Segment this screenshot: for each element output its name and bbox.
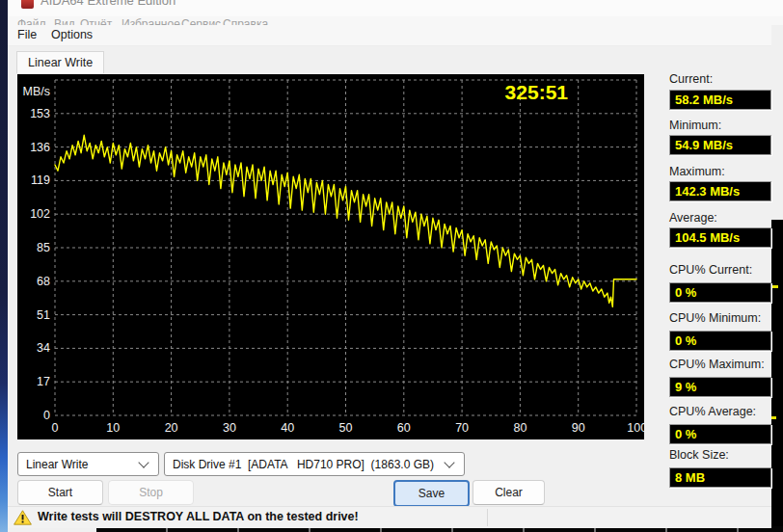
stop-button[interactable]: Stop [108, 480, 194, 505]
desktop-edge [0, 0, 8, 532]
stat-label: CPU% Maximum: [669, 358, 765, 371]
menu-options[interactable]: Options [46, 27, 97, 42]
test-type-value: Linear Write [18, 458, 140, 471]
stat-value-box: 54.9 MB/s [669, 135, 771, 155]
y-axis-unit: MB/s [23, 85, 50, 98]
clear-button[interactable]: Clear [472, 480, 545, 505]
x-tick-label: 60 [397, 421, 411, 435]
stat-value: 9 % [670, 380, 696, 394]
y-tick-label: 51 [37, 308, 50, 322]
stat-value: 104.5 MB/s [670, 230, 740, 245]
x-tick-label: 40 [281, 421, 294, 435]
stat-value-box: 9 % [669, 377, 771, 397]
warning-icon [14, 510, 32, 525]
x-tick-label: 90 [572, 421, 585, 435]
stat-value: 142.3 MB/s [670, 184, 740, 199]
menu-file[interactable]: File [13, 27, 41, 42]
stat-label: Average: [669, 211, 717, 225]
background-chart-edge-right [771, 220, 783, 532]
stat-value: 58.2 MB/s [670, 93, 733, 107]
bg-menu-item: Избранное [122, 17, 180, 25]
background-chart-trace [772, 285, 778, 288]
status-warning-text: Write tests will DESTROY ALL DATA on the… [38, 510, 359, 523]
test-type-select[interactable]: Linear Write [17, 452, 159, 476]
x-tick-label: 50 [339, 421, 353, 435]
y-tick-label: 102 [30, 207, 50, 221]
chevron-down-icon [138, 457, 148, 467]
status-bar-divider [487, 509, 488, 526]
y-tick-label: 136 [30, 141, 50, 154]
bg-menu-item: Сервис [181, 17, 221, 25]
x-tick-label: 10 [106, 421, 120, 435]
stat-value-box: 142.3 MB/s [669, 181, 771, 201]
x-tick-label: 20 [165, 421, 178, 435]
y-tick-label: 34 [37, 341, 50, 355]
save-button[interactable]: Save [393, 480, 470, 507]
background-chart-trace [771, 416, 776, 419]
stat-label: Maximum: [669, 165, 725, 178]
drive-select-value: Disk Drive #1 [ADATA HD710 PRO] (1863.0 … [165, 458, 446, 471]
background-window-title: AIDA64 Extreme Edition [40, 0, 176, 8]
stat-value-box: 0 % [669, 331, 771, 351]
stat-value: 0 % [670, 285, 696, 300]
stat-value-box: 0 % [669, 282, 771, 303]
y-tick-label: 17 [37, 375, 50, 388]
stat-value: 0 % [670, 333, 696, 348]
chevron-down-icon [444, 457, 454, 467]
stat-value: 8 MB [670, 470, 705, 485]
stat-value-box: 104.5 MB/s [669, 227, 771, 248]
x-tick-label: 100 % [627, 421, 644, 435]
stat-value: 54.9 MB/s [670, 138, 733, 152]
x-tick-label: 80 [513, 421, 526, 435]
elapsed-timer: 325:51 [505, 81, 569, 103]
stat-label: Current: [669, 72, 713, 86]
bg-menu-item: Справка [223, 17, 268, 25]
drive-select[interactable]: Disk Drive #1 [ADATA HD710 PRO] (1863.0 … [164, 452, 465, 476]
y-tick-label: 68 [37, 275, 50, 288]
y-tick-label: 85 [37, 241, 50, 254]
tab-linear-write[interactable]: Linear Write [16, 51, 104, 73]
chart-background [17, 74, 644, 439]
x-tick-label: 70 [455, 421, 469, 435]
chart-canvas: MB/s153136119102856851341700102030405060… [17, 74, 644, 439]
tab-label: Linear Write [28, 56, 93, 69]
stat-label: Minimum: [669, 119, 721, 132]
stat-label: Block Size: [669, 448, 729, 462]
bg-menu-item: Отчёт [80, 17, 112, 25]
stat-value: 0 % [670, 427, 696, 441]
y-tick-label: 119 [31, 173, 50, 187]
x-tick-label: 30 [223, 421, 236, 435]
y-tick-label: 0 [43, 409, 50, 422]
aida64-app-icon [21, 0, 34, 9]
bg-menu-item: Файл [17, 17, 46, 25]
dialog-menubar: File Options [8, 25, 771, 46]
benchmark-chart: MB/s153136119102856851341700102030405060… [17, 74, 644, 439]
start-button[interactable]: Start [17, 480, 103, 505]
y-tick-label: 153 [30, 107, 50, 120]
stat-label: CPU% Current: [669, 263, 752, 277]
background-menubar: Файл Вид Отчёт Избранное Сервис Справка [8, 16, 783, 25]
background-titlebar: AIDA64 Extreme Edition [8, 0, 783, 16]
status-bar: Write tests will DESTROY ALL DATA on the… [8, 506, 771, 528]
stat-value-box: 0 % [669, 424, 771, 444]
disk-benchmark-dialog: File Options Linear Write MB/s1531361191… [8, 25, 771, 527]
stat-value-box: 8 MB [669, 467, 771, 488]
stat-label: CPU% Minimum: [669, 311, 761, 325]
x-tick-label: 0 [52, 421, 59, 435]
stat-value-box: 58.2 MB/s [669, 90, 771, 110]
bg-menu-item: Вид [54, 17, 75, 25]
stat-label: CPU% Average: [669, 405, 756, 418]
